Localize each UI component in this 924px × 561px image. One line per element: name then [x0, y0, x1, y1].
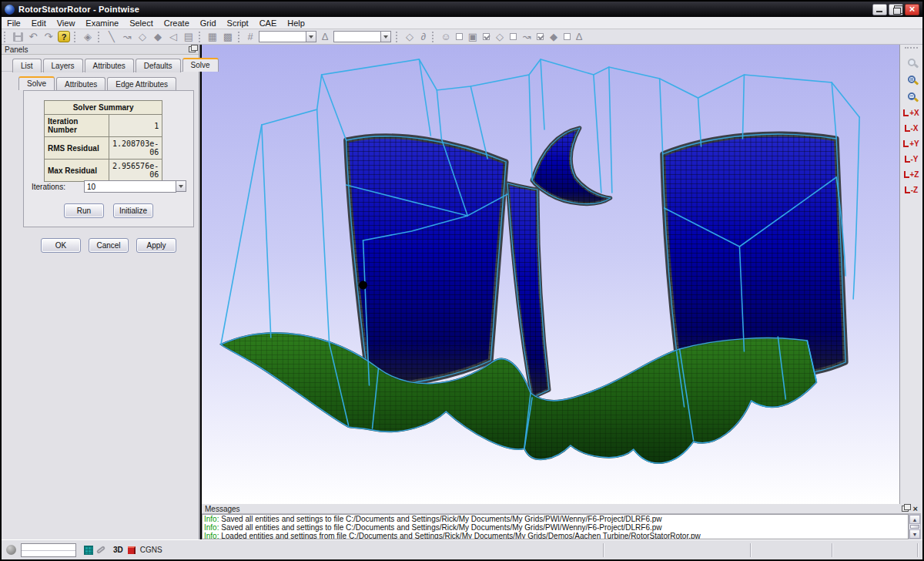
create-structured-domain-button[interactable]: ◆	[150, 30, 166, 44]
float-panel-icon[interactable]	[189, 46, 196, 52]
menu-bar: File Edit View Examine Select Create Gri…	[2, 17, 922, 29]
tab-defaults[interactable]: Defaults	[136, 59, 181, 72]
subtab-attributes[interactable]: Attributes	[56, 77, 105, 91]
menu-item-select[interactable]: Select	[124, 18, 159, 29]
tab-solve[interactable]: Solve	[182, 58, 219, 72]
toolbar-grip[interactable]	[199, 32, 203, 42]
toolbar-grip[interactable]	[4, 32, 8, 42]
zoom-equal-button[interactable]	[900, 88, 922, 105]
title-bar[interactable]: RotorStatorRotor - Pointwise	[2, 2, 922, 17]
scroll-thumb[interactable]	[910, 525, 919, 529]
create-block-button[interactable]: ▤	[181, 30, 196, 44]
apply-button[interactable]: Apply	[136, 238, 176, 253]
axis-icon	[905, 125, 910, 132]
messages-log[interactable]: Info: Saved all entities and settings to…	[202, 514, 909, 539]
toolbar-grip[interactable]	[396, 32, 400, 42]
view-plus-x-button[interactable]: +X	[900, 105, 922, 120]
minimize-button[interactable]	[872, 4, 887, 15]
cancel-button[interactable]: Cancel	[89, 238, 129, 253]
status-separator	[603, 543, 604, 557]
ok-button[interactable]: OK	[41, 238, 81, 253]
messages-title: Messages	[205, 505, 240, 513]
layers-button[interactable]: ◈	[80, 30, 95, 44]
spacing-filter-button[interactable]: Δ	[573, 30, 585, 44]
block-filter-button[interactable]: ▣	[465, 30, 480, 44]
spacing-icon: Δ	[319, 30, 331, 44]
subtab-solve[interactable]: Solve	[18, 76, 55, 90]
zoom-equal-icon	[908, 92, 916, 100]
create-extrude-button[interactable]: ◁	[166, 30, 181, 44]
connector-filter-checkbox[interactable]	[537, 33, 544, 40]
zoom-icon	[908, 59, 916, 66]
toolbar-grip[interactable]	[74, 32, 78, 42]
viewport-3d[interactable]	[202, 45, 899, 504]
view-minus-z-button[interactable]: -Z	[900, 182, 922, 197]
menu-item-grid[interactable]: Grid	[195, 18, 222, 29]
help-button[interactable]: ?	[56, 30, 72, 44]
solve-domain-button[interactable]: ◇	[402, 30, 417, 44]
iterations-input[interactable]	[84, 180, 176, 193]
cae-solver-icon	[128, 546, 136, 554]
tab-attributes[interactable]: Attributes	[85, 59, 134, 72]
toolbar-grip[interactable]	[905, 47, 918, 51]
axis-icon	[903, 109, 909, 116]
database-filter-checkbox[interactable]	[564, 33, 571, 40]
menu-item-view[interactable]: View	[52, 18, 81, 29]
database-filter-button[interactable]: ◆	[546, 30, 561, 44]
block-filter-checkbox[interactable]	[483, 33, 490, 40]
toolbar-grip[interactable]	[238, 32, 242, 42]
unstructured-grid-button[interactable]: ▩	[220, 30, 236, 44]
dimension-combo-dropdown[interactable]	[306, 31, 316, 42]
create-connector-button[interactable]: ╲	[104, 30, 119, 44]
float-messages-icon[interactable]	[902, 506, 909, 512]
domain-filter-button[interactable]: ◇	[492, 30, 507, 44]
domain-filter-checkbox[interactable]	[510, 33, 517, 40]
scroll-up-icon[interactable]: ▲	[909, 515, 920, 524]
close-messages-icon[interactable]: ×	[913, 505, 918, 512]
subtab-edge-attributes[interactable]: Edge Attributes	[107, 77, 176, 91]
view-plus-y-button[interactable]: +Y	[900, 136, 922, 151]
spacing-combo[interactable]	[333, 31, 381, 42]
toolbar-grip[interactable]	[98, 32, 102, 42]
menu-item-file[interactable]: File	[2, 18, 26, 29]
view-minus-x-button[interactable]: -X	[900, 120, 922, 136]
menu-item-edit[interactable]: Edit	[26, 18, 52, 29]
create-curve-button[interactable]: ↝	[119, 30, 135, 44]
view-minus-y-button[interactable]: -Y	[900, 151, 922, 166]
restore-button[interactable]	[889, 4, 903, 15]
dimension-combo[interactable]	[259, 31, 306, 42]
status-separator	[750, 543, 751, 557]
zoom-extents-button[interactable]	[900, 71, 922, 88]
mask-button[interactable]: ☺	[438, 30, 454, 44]
menu-item-help[interactable]: Help	[282, 18, 310, 29]
structured-grid-button[interactable]: ▦	[205, 30, 220, 44]
zoom-button[interactable]	[900, 54, 922, 71]
scroll-down-icon[interactable]: ▼	[909, 529, 920, 539]
tab-list[interactable]: List	[12, 59, 42, 72]
axis-icon	[905, 186, 910, 193]
menu-item-create[interactable]: Create	[159, 18, 195, 29]
menu-item-examine[interactable]: Examine	[80, 18, 124, 29]
spacing-combo-dropdown[interactable]	[381, 31, 391, 42]
menu-item-cae[interactable]: CAE	[254, 18, 283, 29]
iterations-label: Iterations:	[32, 183, 65, 191]
solver-summary-title: Solver Summary	[45, 101, 162, 115]
initialize-button[interactable]: Initialize	[113, 203, 153, 218]
view-plus-z-button[interactable]: +Z	[900, 166, 922, 182]
boundary-condition-button[interactable]: ∂	[417, 30, 430, 44]
run-button[interactable]: Run	[64, 203, 104, 218]
close-button[interactable]	[905, 4, 919, 15]
create-domain-button[interactable]: ◇	[135, 30, 150, 44]
log-line: Info: Loaded entities and settings from …	[203, 532, 908, 539]
redo-button[interactable]: ↷	[41, 30, 56, 44]
mask-checkbox[interactable]	[456, 33, 463, 40]
connector-filter-button[interactable]: ↝	[519, 30, 534, 44]
tab-layers[interactable]: Layers	[43, 59, 83, 72]
toolbar-grip[interactable]	[432, 32, 436, 42]
save-button[interactable]	[10, 30, 25, 44]
undo-button[interactable]: ↶	[25, 30, 41, 44]
zoom-extents-icon	[908, 76, 916, 83]
menu-item-script[interactable]: Script	[222, 18, 254, 29]
messages-scrollbar[interactable]: ▲ ▼	[909, 514, 921, 539]
iterations-dropdown[interactable]	[176, 180, 186, 192]
